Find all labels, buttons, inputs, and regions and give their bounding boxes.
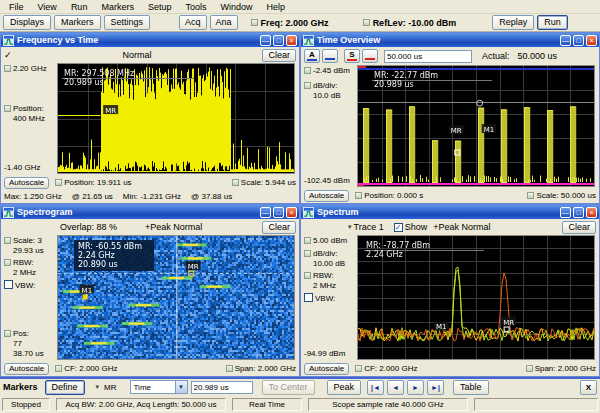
trace-selector[interactable]: Trace 1	[354, 222, 384, 232]
time-overview-plot[interactable]	[358, 66, 594, 186]
close-icon[interactable]: ×	[286, 35, 297, 46]
selected-marker-label[interactable]: MR	[104, 383, 116, 392]
spectrum-offset-button[interactable]	[362, 49, 378, 63]
analysis-length-input[interactable]	[384, 50, 472, 63]
autoscale-button[interactable]: Autoscale	[4, 177, 49, 189]
spectrum-length-button[interactable]: S	[344, 49, 360, 63]
close-markers-bar-button[interactable]: X	[580, 380, 597, 395]
clear-button[interactable]: Clear	[262, 49, 296, 62]
freq-adjust-icon[interactable]	[251, 19, 258, 26]
adjust-icon[interactable]	[4, 259, 11, 266]
acq-info-cell: Acq BW: 2.00 GHz, Acq Length: 50.000 us	[56, 398, 226, 411]
adjust-icon[interactable]	[304, 250, 311, 257]
replay-button[interactable]: Replay	[492, 15, 534, 30]
markers-button[interactable]: Markers	[54, 15, 101, 30]
time-overview-titlebar[interactable]: Time Overview — □ ×	[301, 33, 599, 47]
analysis-length-button[interactable]: A	[304, 49, 320, 63]
adjust-icon[interactable]	[355, 365, 362, 372]
peak-right-button[interactable]: ►	[407, 380, 424, 395]
plot-position-readout: Position: 0.000 s	[364, 191, 423, 200]
reflev-adjust-icon[interactable]	[363, 19, 370, 26]
close-icon[interactable]: ×	[286, 207, 297, 218]
menu-file[interactable]: File	[2, 2, 31, 12]
spectrum-panel: Spectrum — □ × ▾ Trace 1 ✓ Show +Peak No…	[300, 204, 600, 377]
adjust-icon[interactable]	[304, 237, 311, 244]
adjust-icon[interactable]	[4, 330, 11, 337]
adjust-icon[interactable]	[4, 105, 11, 112]
minimize-button[interactable]: —	[260, 207, 271, 218]
chevron-down-icon[interactable]: ▾	[96, 383, 100, 391]
vbw-checkbox[interactable]	[4, 280, 13, 289]
acq-button[interactable]: Acq	[179, 15, 207, 30]
menu-bar: File View Run Markers Setup Tools Window…	[0, 0, 600, 14]
spectrogram-plot[interactable]	[58, 236, 294, 359]
dbdiv-value: 10.00 dB	[313, 259, 345, 268]
clear-button[interactable]: Clear	[262, 221, 296, 234]
adjust-icon[interactable]	[527, 192, 534, 199]
clear-button[interactable]: Clear	[562, 221, 596, 234]
pos-label: Pos:	[13, 329, 29, 338]
adjust-icon[interactable]	[304, 82, 311, 89]
close-icon[interactable]: ×	[586, 35, 597, 46]
show-checkbox[interactable]: ✓	[394, 223, 403, 232]
check-icon: ✓	[4, 50, 12, 60]
peak-last-right-button[interactable]: ►|	[427, 380, 444, 395]
adjust-icon[interactable]	[4, 237, 11, 244]
adjust-icon[interactable]	[55, 179, 62, 186]
adjust-icon[interactable]	[304, 67, 311, 74]
peak-first-left-button[interactable]: |◄	[367, 380, 384, 395]
marker-type-select[interactable]: Time ▾	[130, 380, 188, 394]
displays-button[interactable]: Displays	[3, 15, 51, 30]
spectrogram-titlebar[interactable]: Spectrogram — □ ×	[1, 205, 299, 219]
maximize-button[interactable]: □	[573, 35, 584, 46]
frequency-vs-time-panel: Frequency vs Time — □ × ✓ Normal Clear 2…	[0, 32, 300, 204]
settings-button[interactable]: Settings	[104, 15, 151, 30]
maximize-button[interactable]: □	[573, 207, 584, 218]
table-button[interactable]: Table	[453, 380, 489, 395]
minimize-button[interactable]: —	[560, 207, 571, 218]
trace-mode-label: +Peak Normal	[433, 222, 490, 232]
spectrum-plot[interactable]	[358, 236, 594, 359]
define-button[interactable]: Define	[45, 380, 85, 395]
overlap-readout: Overlap: 88 %	[60, 222, 117, 232]
adjust-icon[interactable]	[304, 272, 311, 279]
chevron-down-icon[interactable]: ▾	[348, 223, 352, 231]
to-center-button[interactable]: To Center	[262, 380, 315, 395]
panel-title: Spectrum	[317, 207, 558, 217]
sgram-left-scale: Scale: 329.93 us RBW:2 MHz VBW: Pos:7738…	[1, 235, 57, 361]
close-icon[interactable]: ×	[586, 207, 597, 218]
menu-tools[interactable]: Tools	[178, 2, 213, 12]
ana-button[interactable]: Ana	[210, 15, 238, 30]
run-button[interactable]: Run	[537, 15, 568, 30]
menu-window[interactable]: Window	[213, 2, 259, 12]
panel-title: Frequency vs Time	[17, 35, 258, 45]
trace-mode-label: +Peak Normal	[145, 222, 202, 232]
menu-help[interactable]: Help	[259, 2, 292, 12]
minimize-button[interactable]: —	[560, 35, 571, 46]
menu-run[interactable]: Run	[64, 2, 95, 12]
adjust-icon[interactable]	[232, 179, 239, 186]
peak-button[interactable]: Peak	[327, 380, 362, 395]
menu-view[interactable]: View	[31, 2, 64, 12]
frequency-vs-time-plot[interactable]	[58, 64, 294, 173]
autoscale-button[interactable]: Autoscale	[304, 190, 349, 202]
peak-left-button[interactable]: ◄	[387, 380, 404, 395]
vbw-checkbox[interactable]	[304, 293, 313, 302]
analysis-offset-button[interactable]	[322, 49, 338, 63]
menu-markers[interactable]: Markers	[94, 2, 141, 12]
adjust-icon[interactable]	[355, 192, 362, 199]
maximize-button[interactable]: □	[273, 207, 284, 218]
frequency-vs-time-titlebar[interactable]: Frequency vs Time — □ ×	[1, 33, 299, 47]
spectrum-titlebar[interactable]: Spectrum — □ ×	[301, 205, 599, 219]
adjust-icon[interactable]	[526, 365, 533, 372]
adjust-icon[interactable]	[226, 365, 233, 372]
adjust-icon[interactable]	[55, 365, 62, 372]
minimize-button[interactable]: —	[260, 35, 271, 46]
marker-value-input[interactable]	[191, 381, 253, 394]
adjust-icon[interactable]	[4, 65, 11, 72]
panel-icon	[3, 207, 14, 218]
menu-setup[interactable]: Setup	[141, 2, 179, 12]
autoscale-button[interactable]: Autoscale	[4, 363, 49, 375]
autoscale-button[interactable]: Autoscale	[304, 363, 349, 375]
maximize-button[interactable]: □	[273, 35, 284, 46]
